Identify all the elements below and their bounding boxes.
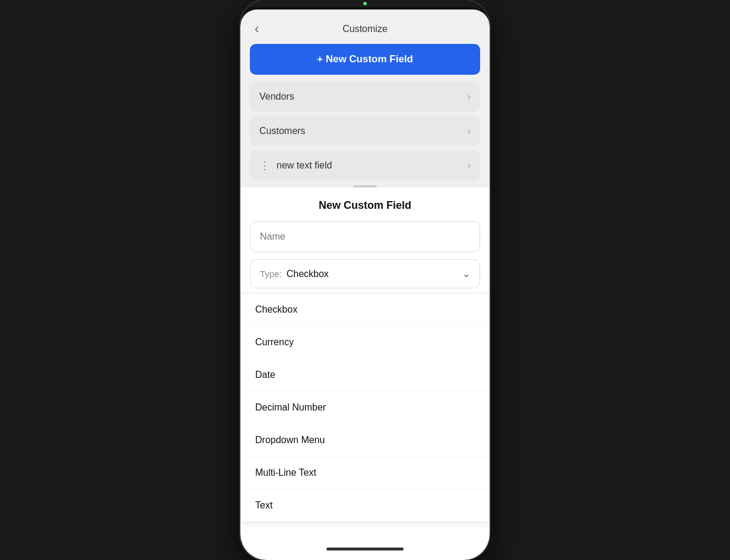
- new-text-field-left: ⋮ new text field: [259, 160, 332, 171]
- type-value: Checkbox: [287, 269, 462, 279]
- nav-title: Customize: [342, 24, 388, 34]
- customize-panel: ‹ Customize + New Custom Field Vendors ›…: [240, 9, 490, 187]
- dropdown-option-currency[interactable]: Currency: [241, 326, 489, 359]
- vendors-list-item-left: Vendors: [259, 91, 294, 102]
- type-label: Type:: [260, 269, 282, 279]
- chevron-down-icon: ⌄: [462, 268, 470, 279]
- drag-dots-icon: ⋮: [259, 160, 271, 171]
- bottom-sheet-title: New Custom Field: [240, 187, 490, 221]
- dropdown-option-date[interactable]: Date: [241, 359, 489, 392]
- dropdown-option-dropdown-menu[interactable]: Dropdown Menu: [241, 424, 489, 457]
- dropdown-option-checkbox[interactable]: Checkbox: [241, 294, 489, 326]
- type-dropdown-menu: Checkbox Currency Date Decimal Number Dr…: [240, 293, 490, 522]
- name-input[interactable]: [250, 221, 480, 252]
- customers-label: Customers: [259, 126, 305, 136]
- status-bar: [240, 0, 490, 7]
- new-text-field-chevron-icon: ›: [468, 160, 471, 171]
- new-text-field-list-item[interactable]: ⋮ new text field ›: [250, 151, 480, 180]
- customers-list-item-left: Customers: [259, 126, 305, 136]
- top-nav: ‹ Customize: [250, 19, 480, 44]
- back-button[interactable]: ‹: [250, 19, 264, 39]
- bottom-bar: [240, 538, 490, 560]
- dropdown-option-multi-line-text[interactable]: Multi-Line Text: [241, 457, 489, 489]
- vendors-list-item[interactable]: Vendors ›: [250, 82, 480, 112]
- type-selector[interactable]: Type: Checkbox ⌄: [250, 259, 480, 288]
- new-custom-field-button[interactable]: + New Custom Field: [250, 44, 480, 75]
- new-text-field-label: new text field: [277, 160, 332, 171]
- phone-frame: ‹ Customize + New Custom Field Vendors ›…: [240, 0, 490, 560]
- name-input-wrapper: [250, 221, 480, 252]
- home-indicator: [326, 548, 404, 551]
- vendors-chevron-icon: ›: [468, 91, 471, 102]
- customers-chevron-icon: ›: [468, 126, 471, 136]
- dropdown-option-decimal-number[interactable]: Decimal Number: [241, 392, 489, 424]
- dropdown-option-text[interactable]: Text: [241, 489, 489, 521]
- status-dot: [363, 2, 367, 5]
- bottom-sheet: New Custom Field Type: Checkbox ⌄ Checkb…: [240, 187, 490, 538]
- customers-list-item[interactable]: Customers ›: [250, 116, 480, 146]
- vendors-label: Vendors: [259, 91, 294, 102]
